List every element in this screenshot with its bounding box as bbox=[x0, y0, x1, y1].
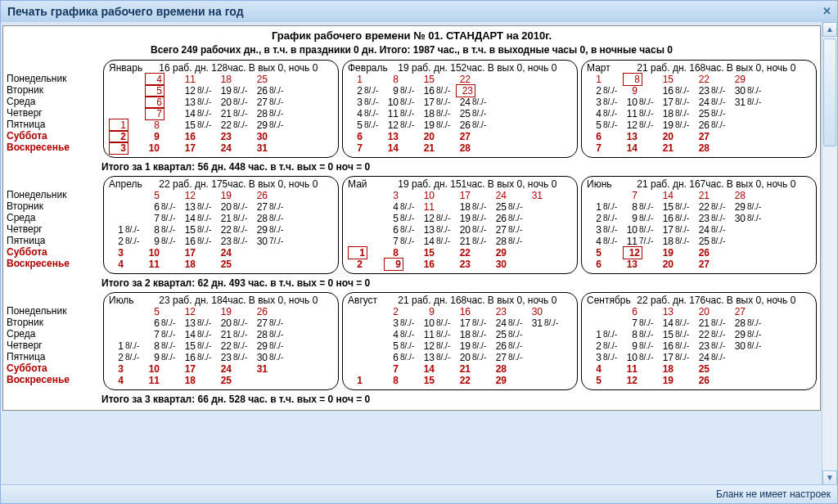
day-cell bbox=[731, 247, 767, 259]
day-cell: 248/./- bbox=[695, 224, 731, 236]
day-cell: 168/./- bbox=[659, 213, 695, 224]
day-cell: 7 bbox=[623, 190, 659, 201]
day-cell: 198/./- bbox=[217, 85, 253, 97]
day-cell: 1 bbox=[587, 74, 623, 85]
day-label: Четверг bbox=[7, 340, 97, 351]
day-cell bbox=[731, 236, 767, 247]
day-cell: 17 bbox=[181, 247, 217, 259]
day-cell: 19 bbox=[659, 375, 695, 386]
day-cell: 3 bbox=[109, 247, 145, 259]
day-cell: 31 bbox=[528, 190, 564, 201]
day-cell: 22 bbox=[456, 247, 492, 259]
day-label: Суббота bbox=[7, 130, 97, 142]
day-cell: 15 bbox=[420, 247, 456, 259]
day-cell: 38/./- bbox=[587, 224, 623, 236]
day-cell: 22 bbox=[695, 74, 731, 85]
day-cell: 208/./- bbox=[217, 97, 253, 108]
month-header: Апрель 22 раб. дн. 175час. В вых 0, ночь… bbox=[109, 178, 333, 190]
day-cell: 138/./- bbox=[181, 201, 217, 213]
day-cell: 58/./- bbox=[348, 119, 384, 131]
day-cell: 2 bbox=[109, 131, 145, 142]
day-labels: ПонедельникВторникСредаЧетвергПятницаСуб… bbox=[7, 73, 97, 153]
day-cell bbox=[348, 340, 384, 352]
day-cell: 248/./- bbox=[695, 97, 731, 108]
day-cell: 38/./- bbox=[348, 97, 384, 108]
day-cell: 288/./- bbox=[253, 108, 289, 119]
day-cell bbox=[731, 352, 767, 363]
day-cell: 13 bbox=[623, 259, 659, 270]
day-cell: 158/./- bbox=[659, 329, 695, 340]
month-Август: Август 21 раб. дн. 168час. В вых 0, ночь… bbox=[342, 292, 578, 390]
scroll-up-icon[interactable]: ▲ bbox=[822, 22, 837, 37]
day-cell: 27 bbox=[456, 131, 492, 142]
day-cell: 18/./- bbox=[587, 329, 623, 340]
day-label: Пятница bbox=[7, 351, 97, 362]
day-cell: 30 bbox=[492, 259, 528, 270]
day-cell: 188/./- bbox=[659, 108, 695, 119]
day-cell: 148/./- bbox=[420, 236, 456, 247]
day-cell: 18 bbox=[181, 259, 217, 270]
day-cell: 6 bbox=[623, 306, 659, 317]
day-label: Пятница bbox=[7, 119, 97, 130]
day-cell: 117/./- bbox=[623, 236, 659, 247]
day-cell: 278/./- bbox=[253, 97, 289, 108]
day-cell: 178/./- bbox=[456, 317, 492, 329]
day-cell: 168/./- bbox=[659, 85, 695, 97]
day-cell bbox=[731, 259, 767, 270]
vertical-scrollbar[interactable]: ▲ ▼ bbox=[822, 22, 837, 485]
day-cell: 26 bbox=[253, 306, 289, 317]
day-cell: 88/./- bbox=[145, 340, 181, 352]
day-cell bbox=[348, 329, 384, 340]
day-cell: 29 bbox=[731, 74, 767, 85]
quarter-row-peek: Октябрь 22 раб. дн. 176час. В вых 0, ноч… bbox=[5, 407, 818, 408]
day-cell: 88/./- bbox=[623, 329, 659, 340]
day-cell: 21 bbox=[420, 142, 456, 154]
day-cell: 238/./- bbox=[695, 340, 731, 352]
day-cell: 168/./- bbox=[659, 340, 695, 352]
close-icon[interactable]: ✕ bbox=[821, 6, 832, 17]
day-cell: 25 bbox=[217, 259, 253, 270]
day-cell: 28 bbox=[492, 363, 528, 375]
day-cell: 24 bbox=[217, 247, 253, 259]
day-cell: 21 bbox=[695, 190, 731, 201]
day-cell: 218/./- bbox=[217, 108, 253, 119]
day-cell: 178/./- bbox=[659, 97, 695, 108]
quarter-total: Итого за 2 квартал: 62 дн. 493 час. в т.… bbox=[5, 276, 818, 290]
day-cell: 10 bbox=[145, 363, 181, 375]
day-cell: 7 bbox=[348, 142, 384, 154]
day-cell: 288/./- bbox=[492, 236, 528, 247]
day-cell: 23 bbox=[492, 306, 528, 317]
day-cell bbox=[731, 363, 767, 375]
day-cell: 218/./- bbox=[456, 236, 492, 247]
day-label: Среда bbox=[7, 328, 97, 340]
day-labels: ПонедельникВторникСредаЧетвергПятницаСуб… bbox=[7, 189, 97, 269]
month-Июль: Июль 23 раб. дн. 184час. В вых 0, ночь 0… bbox=[103, 292, 339, 390]
day-cell bbox=[348, 224, 384, 236]
day-cell bbox=[348, 201, 384, 213]
day-cell: 188/./- bbox=[420, 108, 456, 119]
day-cell: 6 bbox=[587, 131, 623, 142]
month-Май: Май 19 раб. дн. 151час. В вых 0, ночь 01… bbox=[342, 176, 578, 274]
day-cell: 18/./- bbox=[587, 201, 623, 213]
scroll-down-icon[interactable]: ▼ bbox=[822, 470, 837, 485]
day-cell: 25 bbox=[217, 375, 253, 386]
day-label: Среда bbox=[7, 212, 97, 223]
day-cell: 148/./- bbox=[181, 213, 217, 224]
day-cell bbox=[109, 85, 145, 97]
day-cell bbox=[587, 317, 623, 329]
month-header: Июнь 21 раб. дн. 167час. В вых 0, ночь 0 bbox=[587, 178, 811, 190]
day-cell: 17 bbox=[181, 142, 217, 154]
day-cell: 6 bbox=[145, 97, 181, 108]
day-cell: 14 bbox=[420, 363, 456, 375]
day-cell: 138/./- bbox=[181, 317, 217, 329]
day-cell bbox=[253, 375, 289, 386]
scroll-thumb[interactable] bbox=[823, 38, 836, 146]
day-cell: 1 bbox=[348, 375, 384, 386]
day-cell: 278/./- bbox=[492, 224, 528, 236]
day-cell bbox=[253, 259, 289, 270]
day-cell: 3 bbox=[384, 190, 420, 201]
day-cell: 118/./- bbox=[384, 108, 420, 119]
day-cell: 4 bbox=[145, 74, 181, 85]
day-cell: 24 bbox=[492, 190, 528, 201]
day-cell: 10 bbox=[145, 142, 181, 154]
